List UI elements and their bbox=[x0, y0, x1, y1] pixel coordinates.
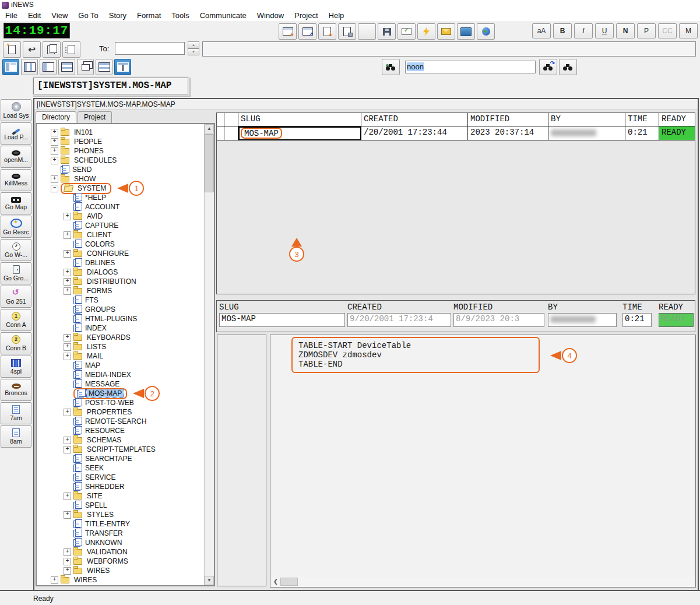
tree-item-keyboards[interactable]: +KEYBOARDS bbox=[37, 333, 214, 342]
toolbar-icon-button[interactable] bbox=[398, 23, 416, 40]
sidebar-button-7am[interactable]: 7am bbox=[1, 402, 31, 424]
search-input[interactable]: noon bbox=[405, 61, 536, 73]
menu-item[interactable]: Edit bbox=[23, 10, 46, 21]
format-button[interactable]: B bbox=[553, 23, 572, 38]
form-by-value[interactable] bbox=[548, 313, 617, 327]
search-server-button[interactable] bbox=[382, 59, 400, 75]
menu-item[interactable]: Go To bbox=[73, 10, 103, 21]
collapse-minus-icon[interactable]: − bbox=[51, 185, 58, 192]
toolbar-icon-button[interactable] bbox=[417, 23, 435, 40]
menu-item[interactable]: Window bbox=[252, 10, 289, 21]
scroll-up-icon[interactable]: ▲ bbox=[205, 124, 214, 133]
header-time[interactable]: TIME bbox=[625, 113, 659, 126]
menu-item[interactable]: Story bbox=[104, 10, 132, 21]
tree-item-dialogs[interactable]: +DIALOGS bbox=[37, 268, 214, 277]
to-spinner[interactable]: ▲▼ bbox=[188, 41, 199, 55]
menu-item[interactable]: Communicate bbox=[195, 10, 252, 21]
tree-item-schemas[interactable]: +SCHEMAS bbox=[37, 435, 214, 445]
form-ready-value[interactable]: READY bbox=[659, 313, 694, 327]
sidebar-button-conn-b[interactable]: Conn B bbox=[1, 332, 31, 354]
sidebar-button-go-map[interactable]: Go Map bbox=[1, 192, 31, 214]
header-slug[interactable]: SLUG bbox=[238, 113, 361, 126]
tree-item-send[interactable]: SEND bbox=[37, 165, 214, 174]
toolbar-icon-button[interactable] bbox=[358, 23, 376, 40]
format-button[interactable]: N bbox=[616, 23, 635, 38]
tree-item-distribution[interactable]: +DISTRIBUTION bbox=[37, 277, 214, 286]
tree-item-colors[interactable]: COLORS bbox=[37, 240, 214, 249]
tree-item-remote-search[interactable]: REMOTE-SEARCH bbox=[37, 417, 214, 426]
tab[interactable]: Project bbox=[78, 111, 112, 123]
tree-item-configure[interactable]: +CONFIGURE bbox=[37, 249, 214, 258]
expand-plus-icon[interactable]: + bbox=[64, 548, 71, 556]
menu-item[interactable]: Help bbox=[323, 10, 350, 21]
sidebar-button-load-sys[interactable]: Load Sys bbox=[1, 99, 31, 121]
tree-item-styles[interactable]: +STYLES bbox=[37, 510, 214, 519]
layout-button[interactable] bbox=[40, 59, 57, 75]
table-row[interactable]: MOS-MAP /20/2001 17:23:44 2023 20:37:14 … bbox=[217, 126, 695, 140]
find-button[interactable] bbox=[559, 59, 577, 75]
header-by[interactable]: BY bbox=[548, 113, 625, 126]
expand-plus-icon[interactable]: + bbox=[51, 129, 58, 136]
expand-plus-icon[interactable]: + bbox=[64, 343, 71, 351]
tree-item-schedules[interactable]: +SCHEDULES bbox=[37, 156, 214, 165]
tree-item-fts[interactable]: FTS bbox=[37, 296, 214, 305]
tree-item-unknown[interactable]: UNKNOWN bbox=[37, 538, 214, 547]
sidebar-button-go-resrc[interactable]: Go Resrc bbox=[1, 216, 31, 238]
sidebar-button-8am[interactable]: 8am bbox=[1, 425, 31, 448]
expand-plus-icon[interactable]: + bbox=[64, 558, 71, 565]
expand-plus-icon[interactable]: + bbox=[51, 138, 58, 146]
tree-item-wires[interactable]: +WIRES bbox=[37, 566, 214, 575]
tree-item-client[interactable]: +CLIENT bbox=[37, 230, 214, 240]
tree-item-spell[interactable]: SPELL bbox=[37, 501, 214, 510]
scroll-thumb[interactable] bbox=[280, 578, 298, 586]
tree-item-service[interactable]: SERVICE bbox=[37, 473, 214, 482]
menu-item[interactable]: Project bbox=[289, 10, 323, 21]
tree-item-searchtape[interactable]: SEARCHTAPE bbox=[37, 454, 214, 463]
tree-item-account[interactable]: ACCOUNT bbox=[37, 202, 214, 212]
tree-item-wires[interactable]: +WIRES bbox=[37, 575, 214, 585]
sidebar-button-go-gro-[interactable]: Go Gro... bbox=[1, 262, 31, 284]
tree-item-mos-map[interactable]: MOS-MAP2 bbox=[37, 389, 214, 398]
expand-plus-icon[interactable]: + bbox=[64, 250, 71, 258]
expand-plus-icon[interactable]: + bbox=[64, 446, 71, 453]
format-button[interactable]: P bbox=[637, 23, 656, 38]
tab[interactable]: Directory bbox=[36, 111, 76, 123]
tree-item-index[interactable]: INDEX bbox=[37, 323, 214, 333]
expand-plus-icon[interactable]: + bbox=[64, 269, 71, 276]
tree-item-show[interactable]: +SHOW bbox=[37, 174, 214, 184]
expand-plus-icon[interactable]: + bbox=[51, 175, 58, 183]
form-time-value[interactable]: 0:21 bbox=[622, 313, 652, 327]
tree-item-message[interactable]: MESSAGE bbox=[37, 379, 214, 389]
tree-item-title-entry[interactable]: TITLE-ENTRY bbox=[37, 519, 214, 529]
menu-item[interactable]: File bbox=[0, 10, 23, 21]
tree-item-properties[interactable]: +PROPERTIES bbox=[37, 407, 214, 417]
copy-stories-button[interactable] bbox=[43, 41, 61, 58]
layout-button[interactable] bbox=[58, 59, 75, 75]
tree-item-shredder[interactable]: SHREDDER bbox=[37, 482, 214, 491]
expand-plus-icon[interactable]: + bbox=[64, 334, 71, 342]
tree-item-capture[interactable]: CAPTURE bbox=[37, 221, 214, 230]
spinner-up-icon[interactable]: ▲ bbox=[188, 41, 199, 48]
story-body[interactable]: TABLE-START DeviceTableZDMOSDEV zdmosdev… bbox=[270, 335, 696, 588]
tree-item-dblines[interactable]: DBLINES bbox=[37, 258, 214, 268]
tree-item-groups[interactable]: GROUPS bbox=[37, 305, 214, 314]
toolbar-icon-button[interactable] bbox=[437, 23, 455, 40]
story-horizontal-scrollbar[interactable]: ❮ bbox=[271, 577, 695, 586]
scroll-thumb[interactable] bbox=[205, 134, 214, 192]
toolbar-icon-button[interactable] bbox=[457, 23, 475, 40]
scroll-down-icon[interactable]: ▼ bbox=[205, 576, 214, 585]
expand-plus-icon[interactable]: + bbox=[51, 147, 58, 155]
cell-ready[interactable]: READY bbox=[659, 126, 695, 140]
tree-item-media-index[interactable]: MEDIA-INDEX bbox=[37, 370, 214, 379]
layout-button[interactable] bbox=[2, 59, 19, 75]
tree-item-in101[interactable]: +IN101 bbox=[37, 128, 214, 137]
tree-item-html-plugins[interactable]: HTML-PLUGINS bbox=[37, 314, 214, 323]
format-button[interactable]: aA bbox=[532, 23, 551, 38]
tree-item-site[interactable]: +SITE bbox=[37, 491, 214, 501]
cell-time[interactable]: 0:21 bbox=[625, 126, 659, 140]
sidebar-button-openm-[interactable]: openM... bbox=[1, 146, 31, 168]
expand-plus-icon[interactable]: + bbox=[64, 511, 71, 519]
expand-plus-icon[interactable]: + bbox=[51, 157, 58, 164]
header-created[interactable]: CREATED bbox=[361, 113, 468, 126]
sidebar-button-broncos[interactable]: Broncos bbox=[1, 379, 31, 401]
